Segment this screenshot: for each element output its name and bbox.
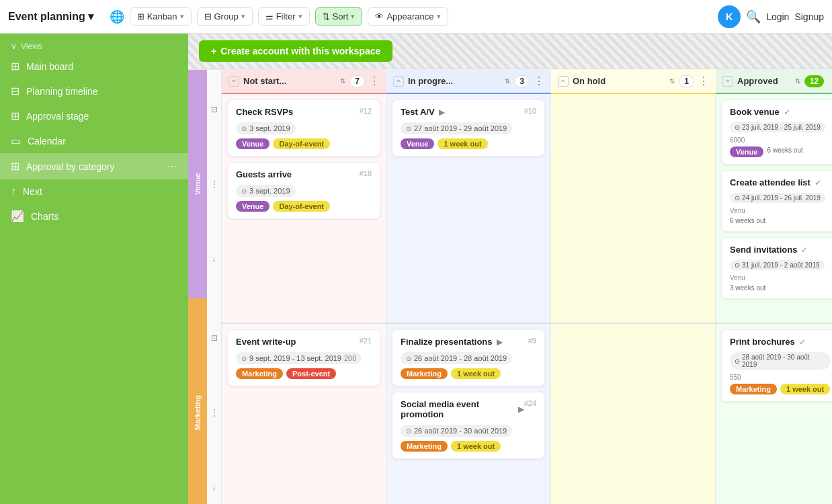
- card-test-av: Test A/V ▶ #10 ⊙ 27 août 2019 - 29 août …: [392, 99, 545, 157]
- app-title-arrow[interactable]: ▾: [88, 10, 93, 23]
- group-label: Group: [214, 11, 239, 22]
- not-started-count: 7: [349, 75, 365, 87]
- approved-venue-col: Book venue ✓ ⊙ 23 juil. 2019 - 25 juil. …: [716, 94, 832, 323]
- on-hold-marketing-col: [551, 324, 716, 504]
- card-date: ⊙ 24 juil. 2019 - 26 juil. 2019: [730, 193, 825, 203]
- approved-date-row: ⊙ 23 juil. 2019 - 25 juil. 2019 6000: [730, 122, 831, 144]
- card-title: Test A/V: [401, 107, 435, 117]
- sidebar-item-label: Charts: [31, 211, 58, 222]
- check-icon: ✓: [815, 178, 821, 187]
- clock-icon: ⊙: [406, 355, 411, 362]
- in-progress-venue-col: Test A/V ▶ #10 ⊙ 27 août 2019 - 29 août …: [386, 94, 551, 323]
- marketing-expand-btn[interactable]: ⊡: [211, 333, 218, 343]
- on-hold-count: 1: [679, 75, 694, 87]
- grid-icon: ⊞: [11, 60, 19, 73]
- approved-more-btn[interactable]: ⋮: [828, 75, 832, 87]
- card-date: ⊙ 9 sept. 2019 - 13 sept. 2019 200: [236, 352, 362, 364]
- clock-icon: ⊙: [735, 124, 740, 131]
- marketing-row: Event write-up #21 ⊙ 9 sept. 2019 - 13 s…: [222, 323, 832, 504]
- search-button[interactable]: 🔍: [746, 9, 761, 24]
- sidebar-item-calendar[interactable]: ▭ Calendar: [0, 128, 188, 153]
- day-of-event-tag: Day-of-event: [273, 138, 330, 149]
- kanban-button[interactable]: ⊞ Kanban ▾: [130, 7, 192, 26]
- in-progress-more-btn[interactable]: ⋮: [534, 75, 544, 87]
- card-play-btn[interactable]: ▶: [518, 405, 524, 414]
- check-icon: ✓: [784, 108, 790, 117]
- venue-more-btn[interactable]: ⋮: [210, 179, 218, 189]
- card-event-writeup: Event write-up #21 ⊙ 9 sept. 2019 - 13 s…: [227, 329, 380, 386]
- card-title: Finalize presentations: [401, 337, 493, 347]
- card-play-btn[interactable]: ▶: [439, 108, 445, 117]
- check-icon: ✓: [799, 337, 806, 347]
- marketing-row-label: Marketing: [188, 298, 207, 504]
- card-tags: Marketing 1 week out: [401, 368, 536, 379]
- sidebar-item-label: Approval stage: [26, 111, 89, 122]
- workspace-banner: + Create account with this workspace: [188, 34, 832, 69]
- sidebar-item-label: Planning timeline: [26, 86, 98, 97]
- card-social-media: Social media event promotion ▶ #24 ⊙ 26 …: [392, 392, 545, 459]
- appearance-chevron: ▾: [437, 12, 441, 21]
- card-title: Social media event promotion: [401, 399, 514, 419]
- card-tags: 3 weeks out: [730, 284, 831, 292]
- card-title: Book venue: [730, 107, 780, 117]
- in-progress-sort-btn[interactable]: ⇅: [505, 77, 510, 85]
- plus-icon: +: [211, 46, 216, 56]
- card-tags: Marketing Post-event: [236, 368, 372, 379]
- venue-tag: Venue: [730, 146, 763, 157]
- venue-expand-btn[interactable]: ⊡: [211, 105, 218, 114]
- approved-title: Approved: [737, 76, 791, 86]
- venue-abbr: Venu: [730, 274, 745, 282]
- card-play-btn[interactable]: ▶: [497, 337, 503, 347]
- signup-button[interactable]: Signup: [794, 11, 824, 22]
- sidebar-item-main-board[interactable]: ⊞ Main board: [0, 54, 188, 79]
- clock-icon: ⊙: [241, 187, 247, 195]
- filter-button[interactable]: ⚌ Filter ▾: [258, 7, 310, 26]
- on-hold-column-header: − On hold ⇅ 1 ⋮: [551, 69, 716, 94]
- group-button[interactable]: ⊟ Group ▾: [197, 7, 253, 26]
- on-hold-sort-btn[interactable]: ⇅: [669, 77, 675, 85]
- category-icon: ⊞: [11, 160, 19, 173]
- card-guests-arrive: Guests arrive #18 ⊙ 3 sept. 2019 Venue D…: [227, 162, 380, 219]
- card-date: ⊙ 26 août 2019 - 30 août 2019: [401, 425, 512, 437]
- not-started-more-btn[interactable]: ⋮: [369, 75, 380, 87]
- approved-sort-btn[interactable]: ⇅: [795, 77, 800, 85]
- marketing-tag: Marketing: [730, 384, 777, 394]
- sidebar-item-approval-stage[interactable]: ⊞ Approval stage: [0, 103, 188, 128]
- marketing-collapse-btn[interactable]: ↓: [212, 482, 216, 492]
- appearance-button[interactable]: 👁 Appearance ▾: [368, 7, 448, 26]
- in-progress-collapse-btn[interactable]: −: [393, 76, 404, 87]
- card-date: ⊙ 3 sept. 2019: [236, 185, 296, 197]
- on-hold-more-btn[interactable]: ⋮: [698, 75, 709, 87]
- amount: 200: [344, 354, 356, 362]
- card-print-brochures: Print brochures ✓ ⊙ 28 août 2019 - 30 ao…: [721, 329, 832, 402]
- marketing-more-btn[interactable]: ⋮: [210, 408, 218, 417]
- sidebar-item-planning-timeline[interactable]: ⊟ Planning timeline: [0, 79, 188, 103]
- create-account-button[interactable]: + Create account with this workspace: [199, 40, 392, 62]
- approved-collapse-btn[interactable]: −: [722, 76, 733, 87]
- card-date: ⊙ 31 juil. 2019 - 2 août 2019: [730, 260, 825, 270]
- approved-column-header: − Approved ⇅ 12 ⋮: [716, 69, 832, 94]
- group-chevron: ▾: [241, 12, 245, 21]
- card-tags: Venue Day-of-event: [236, 138, 372, 149]
- venue-collapse-btn[interactable]: ↓: [212, 254, 216, 263]
- sidebar: ∨ Views ⊞ Main board ⊟ Planning timeline…: [0, 34, 188, 504]
- sidebar-item-next[interactable]: ↑ Next: [0, 179, 188, 204]
- timeline-icon: ⊟: [11, 85, 19, 97]
- sidebar-item-approval-by-category[interactable]: ⊞ Approval by category ···: [0, 153, 188, 179]
- marketing-tag: Marketing: [401, 441, 448, 452]
- in-progress-column-header: − In progre... ⇅ 3 ⋮: [386, 69, 551, 94]
- on-hold-title: On hold: [573, 76, 665, 86]
- sort-button[interactable]: ⇅ Sort ▾: [315, 7, 363, 26]
- on-hold-collapse-btn[interactable]: −: [558, 76, 569, 87]
- sidebar-item-charts[interactable]: 📈 Charts: [0, 204, 188, 228]
- login-button[interactable]: Login: [766, 11, 789, 22]
- card-title: Create attendee list: [730, 177, 810, 187]
- not-started-collapse-btn[interactable]: −: [228, 76, 239, 87]
- card-finalize-presentations: Finalize presentations ▶ #9 ⊙ 26 août 20…: [392, 329, 545, 386]
- not-started-sort-btn[interactable]: ⇅: [340, 77, 345, 85]
- avatar-button[interactable]: K: [718, 5, 741, 28]
- clock-icon: ⊙: [735, 358, 740, 365]
- more-icon[interactable]: ···: [167, 159, 177, 173]
- globe-icon: 🌐: [110, 9, 124, 24]
- kanban-board: Venue Marketing ⊡ ⋮ ↓ ⊡ ⋮: [188, 69, 832, 504]
